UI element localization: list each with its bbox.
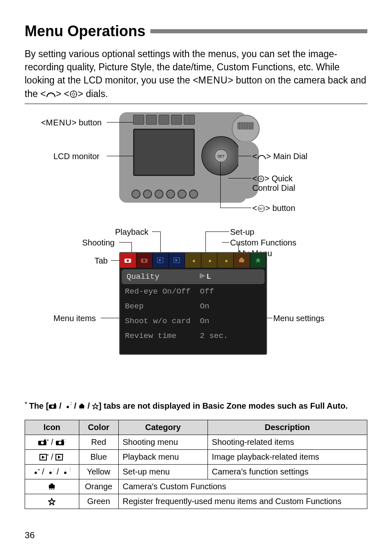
menu-row-value: L: [200, 272, 260, 281]
menu-row-value: On: [200, 302, 261, 311]
cell-category-span: Register frequently-used menu items and …: [118, 494, 367, 509]
quality-icon: [200, 273, 206, 279]
svg-rect-22: [80, 409, 81, 409]
svg-text:SET: SET: [258, 207, 264, 210]
svg-point-27: [41, 442, 44, 444]
label-tab: Tab: [95, 256, 108, 266]
menu-row-redeye: Red-eye On/Off Off: [120, 284, 266, 299]
th-category: Category: [118, 420, 208, 435]
th-description: Description: [208, 420, 367, 435]
leader: [111, 260, 119, 261]
custom-fn-icon: [238, 257, 245, 263]
svg-rect-37: [51, 484, 53, 485]
svg-marker-41: [48, 498, 55, 505]
cell-icon: [25, 479, 79, 494]
menu-rows: Quality L Red-eye On/Off Off Beep On Sho…: [120, 268, 266, 345]
intro-paragraph: By setting various optional settings wit…: [25, 47, 367, 100]
menu-word-inline: MENU: [198, 75, 228, 86]
menu-word-label: MENU: [46, 118, 72, 127]
camera-icon: [124, 257, 131, 263]
svg-rect-31: [62, 440, 64, 441]
cell-icon: • / : / ⋮: [25, 464, 79, 479]
leader: [152, 231, 160, 232]
leader: [220, 208, 251, 208]
leader: [238, 156, 251, 156]
star-icon: [48, 498, 55, 505]
page-number: 36: [25, 530, 35, 541]
table-header-row: Icon Color Category Description: [25, 420, 367, 435]
leader: [160, 231, 161, 252]
menu-row-label: Shoot w/o card: [125, 317, 200, 326]
wrench-icon: [32, 469, 38, 475]
svg-rect-19: [54, 403, 56, 405]
cell-icon: • / :: [25, 449, 79, 464]
leader: [205, 231, 229, 232]
label-custom: Custom Functions: [230, 238, 296, 248]
tab-playback-2: [169, 253, 185, 268]
svg-point-2: [258, 176, 264, 182]
th-icon: Icon: [25, 420, 79, 435]
th-color: Color: [79, 420, 118, 435]
main-dial-icon: [46, 90, 56, 98]
label-playback: Playback: [115, 227, 148, 237]
svg-point-9: [143, 259, 145, 262]
leader: [131, 242, 132, 252]
table-row: Green Register frequently-used menu item…: [25, 494, 367, 509]
star-icon: [255, 257, 261, 264]
label-menu-button: <MENU> button: [41, 118, 101, 127]
menu-row-review: Review time 2 sec.: [120, 329, 266, 343]
label-set-button: <SET> button: [252, 204, 295, 213]
tab-playback-1: [152, 253, 169, 268]
camera-icon: [55, 439, 65, 446]
svg-rect-14: [239, 259, 244, 262]
wrench-icon: [64, 403, 70, 410]
svg-point-30: [59, 442, 62, 444]
menu-row-label: Review time: [125, 331, 200, 340]
cell-desc: Shooting-related items: [208, 435, 367, 449]
title-bar: [150, 29, 367, 33]
label-menu-settings: Menu settings: [273, 314, 325, 323]
page-title-row: Menu Operations: [25, 23, 367, 40]
svg-marker-33: [42, 456, 45, 459]
leader: [107, 122, 133, 123]
leader: [205, 231, 206, 252]
quick-dial-icon: [257, 175, 265, 183]
menu-row-label: Beep: [125, 302, 200, 311]
quick-dial-icon: [69, 90, 78, 98]
svg-rect-40: [53, 489, 54, 490]
play-icon: [173, 257, 180, 263]
leader: [220, 162, 221, 208]
svg-marker-11: [159, 259, 161, 261]
table-row: • / : Blue Playback menu Image playback-…: [25, 449, 367, 464]
label-menu-items: Menu items: [53, 314, 96, 323]
label-quick-dial: <> Quick Control Dial: [252, 174, 295, 193]
menu-tabs: [120, 253, 266, 268]
label-shooting: Shooting: [82, 238, 115, 248]
camera-icon: [48, 403, 57, 409]
cell-desc: Camera's function settings: [208, 464, 367, 479]
leader: [101, 318, 119, 318]
txt: > Main Dial: [266, 152, 308, 161]
txt: Control Dial: [252, 183, 295, 192]
svg-rect-15: [240, 258, 243, 259]
cell-color: Red: [79, 435, 118, 449]
camera-illustration: SET: [119, 112, 247, 203]
table-row: • / : / ⋮ Yellow Set-up menu Camera's fu…: [25, 464, 367, 479]
wrench-icon: [61, 469, 68, 475]
svg-rect-39: [51, 489, 52, 490]
tab-setup-3: [217, 253, 234, 268]
custom-fn-icon: [48, 483, 55, 491]
leader: [228, 178, 251, 178]
svg-marker-25: [92, 403, 98, 409]
txt: <: [252, 174, 257, 183]
menu-row-value: Off: [200, 287, 261, 296]
label-setup: Set-up: [230, 227, 254, 237]
wrench-icon: [190, 257, 196, 264]
leader: [107, 156, 134, 156]
footnote-a: The [: [29, 401, 49, 410]
cell-category: Set-up menu: [118, 464, 208, 479]
svg-marker-13: [175, 259, 178, 261]
cell-color: Blue: [79, 449, 118, 464]
txt: <: [252, 204, 257, 213]
tab-shooting-1: [120, 253, 136, 268]
